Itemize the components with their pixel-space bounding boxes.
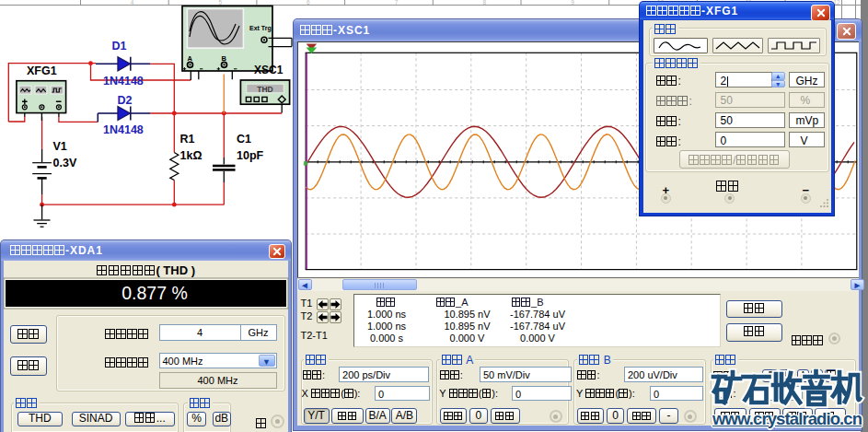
svg-text:7: 7 (395, 0, 399, 6)
svg-text:Ext Trg: Ext Trg (249, 25, 272, 32)
svg-text:D2: D2 (118, 94, 133, 107)
svg-text:6: 6 (307, 0, 310, 6)
svg-text:1kΩ: 1kΩ (180, 149, 203, 162)
svg-text:8: 8 (482, 0, 486, 6)
svg-text:C1: C1 (237, 133, 251, 146)
svg-text:XFG1: XFG1 (27, 64, 57, 77)
svg-text:4: 4 (131, 0, 134, 6)
svg-text:V1: V1 (53, 140, 67, 153)
svg-text:1N4148: 1N4148 (103, 75, 144, 88)
svg-text:XSC1: XSC1 (254, 64, 284, 76)
svg-text:D1: D1 (112, 40, 127, 53)
svg-text:5: 5 (218, 0, 222, 6)
svg-text:R1: R1 (180, 133, 195, 146)
svg-text:1N4148: 1N4148 (103, 123, 144, 136)
svg-text:10pF: 10pF (237, 149, 264, 162)
svg-text:9: 9 (571, 0, 574, 6)
svg-text:0.3V: 0.3V (53, 157, 77, 169)
svg-text:THD: THD (257, 85, 272, 94)
svg-text:12: 12 (833, 0, 840, 6)
